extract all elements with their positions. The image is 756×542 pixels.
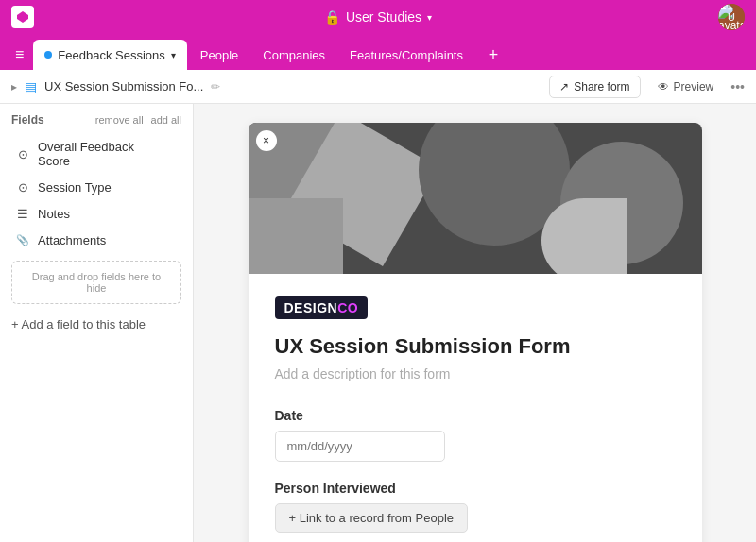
drop-zone: Drag and drop fields here to hide [11, 261, 181, 304]
person-label: Person Interviewed [275, 481, 676, 496]
sub-bar: ▸ ▤ UX Session Submission Fo... ✏ ↗ Shar… [0, 70, 756, 104]
link-record-button[interactable]: + Link to a record from People [275, 503, 469, 533]
date-input[interactable] [275, 431, 445, 462]
share-icon: ↗ [559, 80, 569, 93]
workspace-title[interactable]: 🔒 User Studies ▾ [324, 9, 432, 25]
tab-chevron: ▾ [171, 50, 176, 60]
form-description: Add a description for this form [275, 366, 676, 381]
date-field-group: Date [275, 408, 676, 462]
form-header-image: × [249, 123, 702, 274]
field-item-session-type[interactable]: ⊙ Session Type ⠿ [4, 174, 189, 200]
hamburger-menu[interactable]: ≡ [8, 40, 31, 70]
field-icon-attachments: 📎 [15, 232, 30, 247]
view-title: UX Session Submission Fo... [44, 79, 203, 93]
top-bar: 🔒 User Studies ▾ U [0, 0, 756, 34]
tab-people[interactable]: People [189, 40, 249, 70]
field-item-attachments[interactable]: 📎 Attachments ⠿ [4, 227, 189, 253]
add-tab-button[interactable]: + [480, 42, 507, 68]
tab-features-complaints[interactable]: Features/Complaints [338, 40, 474, 70]
main-area: Fields remove all add all ⊙ Overall Feed… [0, 104, 756, 542]
right-panel: × DESIGNCO UX Session Submission Form Ad… [194, 104, 756, 542]
field-icon-notes: ☰ [15, 206, 30, 221]
person-field-group: Person Interviewed + Link to a record fr… [275, 481, 676, 533]
header-shapes [249, 123, 702, 274]
tab-companies[interactable]: Companies [251, 40, 336, 70]
field-item-overall-feedback-score[interactable]: ⊙ Overall Feedback Score ⠿ [4, 134, 189, 174]
fields-header: Fields remove all add all [0, 113, 193, 134]
view-icon: ▤ [25, 79, 37, 94]
avatar[interactable]: U [718, 4, 745, 30]
left-panel: Fields remove all add all ⊙ Overall Feed… [0, 104, 194, 542]
date-label: Date [275, 408, 676, 423]
more-options-button[interactable]: ••• [730, 79, 745, 94]
edit-icon[interactable]: ✏ [211, 80, 220, 93]
nav-bar: ≡ Feedback Sessions ▾ People Companies F… [0, 34, 756, 70]
field-icon-session: ⊙ [15, 179, 30, 195]
add-all-button[interactable]: add all [151, 114, 181, 126]
add-field-button[interactable]: + Add a field to this table [0, 312, 193, 337]
close-button[interactable]: × [256, 130, 277, 151]
chevron-down-icon: ▾ [427, 12, 432, 23]
svg-marker-0 [17, 11, 28, 23]
form-title: UX Session Submission Form [275, 334, 676, 359]
brand-badge: DESIGNCO [275, 296, 369, 319]
field-item-notes[interactable]: ☰ Notes ⠿ [4, 200, 189, 227]
preview-button[interactable]: 👁 Preview [648, 76, 724, 97]
eye-icon: 👁 [658, 80, 669, 93]
form-body: DESIGNCO UX Session Submission Form Add … [249, 274, 702, 542]
remove-all-button[interactable]: remove all [95, 114, 144, 126]
share-form-button[interactable]: ↗ Share form [549, 76, 640, 98]
app-logo[interactable] [11, 6, 34, 28]
tab-feedback-sessions[interactable]: Feedback Sessions ▾ [33, 40, 186, 70]
form-card: × DESIGNCO UX Session Submission Form Ad… [249, 123, 702, 542]
fields-title: Fields [11, 113, 44, 127]
field-icon-score: ⊙ [15, 146, 30, 161]
collapse-chevron[interactable]: ▸ [11, 80, 17, 93]
